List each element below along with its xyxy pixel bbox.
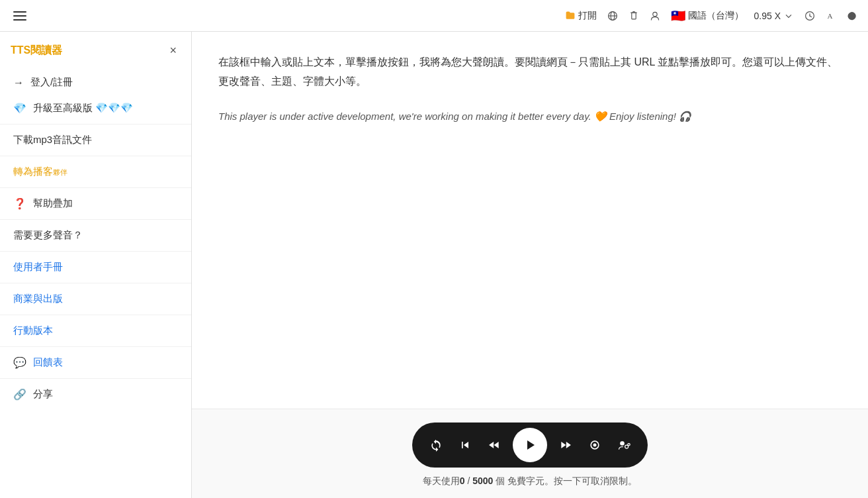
- sidebar-item-help-label: 幫助疊加: [33, 197, 73, 210]
- intro-text: 在該框中輸入或貼上文本，單擊播放按鈕，我將為您大聲朗讀。要閱讀網頁－只需貼上其 …: [218, 53, 842, 91]
- svg-point-6: [652, 12, 656, 16]
- usage-prefix: 每天使用: [423, 475, 460, 486]
- svg-line-9: [810, 16, 811, 17]
- open-file-button[interactable]: 打開: [565, 10, 597, 22]
- sidebar-item-commercial[interactable]: 商業與出版: [0, 286, 191, 312]
- sidebar-item-upgrade-label: 升級至高級版 💎💎💎: [33, 102, 133, 115]
- rewind-button[interactable]: [481, 432, 507, 458]
- svg-point-12: [593, 444, 597, 447]
- player-area: 每天使用0 / 5000 個 免費字元。按一下可取消限制。: [192, 409, 868, 498]
- text-display[interactable]: 在該框中輸入或貼上文本，單擊播放按鈕，我將為您大聲朗讀。要閱讀網頁－只需貼上其 …: [192, 32, 868, 409]
- divider-6: [0, 283, 191, 283]
- usage-separator: /: [465, 475, 473, 486]
- language-selector[interactable]: 🇹🇼 國語（台灣）: [671, 9, 744, 23]
- help-icon: ❓: [13, 197, 26, 210]
- sidebar-item-voices[interactable]: 需要更多聲音？: [0, 223, 191, 248]
- skip-back-button[interactable]: [452, 432, 478, 458]
- sidebar-header: TTS閱讀器 ×: [0, 32, 191, 64]
- divider-9: [0, 378, 191, 379]
- login-icon: →: [13, 77, 24, 89]
- sidebar-close-button[interactable]: ×: [165, 42, 181, 59]
- divider-1: [0, 124, 191, 124]
- loop-button[interactable]: [423, 432, 449, 458]
- play-icon: [522, 437, 538, 453]
- record-button[interactable]: [582, 432, 608, 458]
- sidebar-item-login-label: 登入/註冊: [30, 76, 73, 89]
- usage-limit: 5000: [472, 475, 493, 486]
- sidebar-item-feedback-label: 回饋表: [33, 356, 63, 369]
- usage-info[interactable]: 每天使用0 / 5000 個 免費字元。按一下可取消限制。: [423, 475, 637, 487]
- night-mode-button[interactable]: [847, 11, 857, 21]
- clock-button[interactable]: [804, 11, 815, 21]
- moon-icon: [847, 11, 857, 21]
- toolbar-left: [11, 9, 29, 23]
- toolbar-right: 打開 🇹🇼 國語（台灣） 0.95 X A: [565, 9, 857, 23]
- italic-note: This player is under active development,…: [218, 107, 842, 125]
- toolbar: 打開 🇹🇼 國語（台灣） 0.95 X A: [0, 0, 868, 32]
- fast-forward-icon: [559, 438, 572, 452]
- sidebar-item-mobile-label: 行動版本: [13, 324, 53, 337]
- svg-point-13: [620, 441, 625, 446]
- usage-suffix: 個 免費字元。按一下可取消限制。: [493, 475, 637, 486]
- sidebar-title: TTS閱讀器: [11, 44, 62, 58]
- sidebar-item-manual-label: 使用者手冊: [13, 261, 63, 274]
- sidebar-item-feedback[interactable]: 💬 回饋表: [0, 350, 191, 375]
- font-icon: A: [826, 11, 836, 21]
- sidebar-item-help[interactable]: ❓ 幫助疊加: [0, 191, 191, 217]
- open-label: 打開: [578, 10, 597, 22]
- italic-text-content: This player is under active development,…: [218, 111, 691, 122]
- fast-forward-button[interactable]: [552, 432, 579, 458]
- record-icon: [588, 438, 601, 452]
- trash-icon: [629, 11, 639, 21]
- svg-point-15: [628, 444, 630, 446]
- hamburger-menu[interactable]: [11, 9, 29, 23]
- speed-label: 0.95 X: [754, 11, 781, 21]
- content-area: 在該框中輸入或貼上文本，單擊播放按鈕，我將為您大聲朗讀。要閱讀網頁－只需貼上其 …: [192, 32, 868, 498]
- usage-current: 0: [460, 475, 465, 486]
- svg-rect-3: [631, 13, 635, 19]
- voice-button[interactable]: [611, 432, 637, 458]
- divider-2: [0, 156, 191, 156]
- sidebar-item-mobile[interactable]: 行動版本: [0, 318, 191, 344]
- divider-7: [0, 315, 191, 315]
- sidebar-item-upgrade[interactable]: 💎 升級至高級版 💎💎💎: [0, 95, 191, 121]
- trash-button[interactable]: [629, 11, 639, 21]
- sidebar-item-login[interactable]: → 登入/註冊: [0, 70, 191, 95]
- chevron-down-icon: [783, 11, 794, 21]
- feedback-icon: 💬: [13, 356, 26, 369]
- clock-icon: [804, 11, 815, 21]
- intro-text-content: 在該框中輸入或貼上文本，單擊播放按鈕，我將為您大聲朗讀。要閱讀網頁－只需貼上其 …: [218, 56, 838, 87]
- globe-button[interactable]: [607, 11, 618, 21]
- font-button[interactable]: A: [826, 11, 836, 21]
- sidebar-content: → 登入/註冊 💎 升級至高級版 💎💎💎 下載mp3音訊文件 轉為播客夥伴 ❓ …: [0, 64, 191, 498]
- folder-icon: [565, 11, 576, 21]
- sidebar-item-download[interactable]: 下載mp3音訊文件: [0, 127, 191, 153]
- sidebar-item-manual[interactable]: 使用者手冊: [0, 254, 191, 280]
- loop-icon: [429, 438, 443, 452]
- voice-icon: [617, 438, 630, 452]
- share-icon: 🔗: [13, 388, 26, 401]
- flag-icon: 🇹🇼: [671, 9, 685, 23]
- rewind-icon: [488, 438, 501, 452]
- user-button[interactable]: [650, 11, 660, 21]
- sidebar-item-streamer-label: 轉為播客夥伴: [13, 166, 67, 178]
- sidebar-item-share[interactable]: 🔗 分享: [0, 381, 191, 407]
- divider-3: [0, 187, 191, 188]
- main-container: TTS閱讀器 × → 登入/註冊 💎 升級至高級版 💎💎💎 下載mp3音訊文件 …: [0, 32, 868, 498]
- player-controls: [412, 423, 648, 468]
- speed-selector[interactable]: 0.95 X: [754, 11, 794, 21]
- sidebar-item-commercial-label: 商業與出版: [13, 293, 63, 305]
- skip-back-icon: [458, 438, 472, 452]
- divider-5: [0, 251, 191, 252]
- svg-text:A: A: [827, 12, 832, 20]
- divider-4: [0, 219, 191, 220]
- sidebar-item-download-label: 下載mp3音訊文件: [13, 134, 92, 146]
- divider-8: [0, 346, 191, 347]
- sidebar: TTS閱讀器 × → 登入/註冊 💎 升級至高級版 💎💎💎 下載mp3音訊文件 …: [0, 32, 192, 498]
- diamond-icon: 💎: [13, 102, 26, 115]
- sidebar-item-voices-label: 需要更多聲音？: [13, 229, 83, 242]
- globe-icon: [607, 11, 618, 21]
- play-button[interactable]: [513, 428, 547, 462]
- user-icon: [650, 11, 660, 21]
- sidebar-item-streamer[interactable]: 轉為播客夥伴: [0, 159, 191, 185]
